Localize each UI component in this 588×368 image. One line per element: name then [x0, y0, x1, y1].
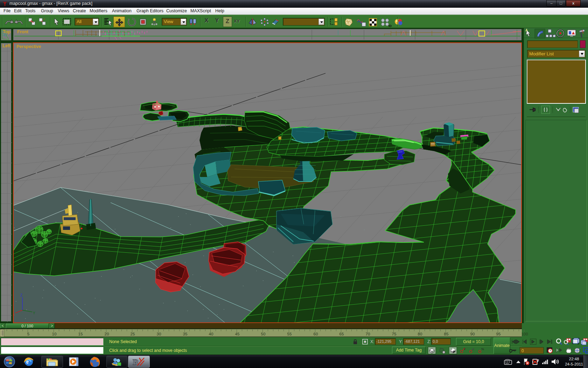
svg-text:0: 0: [522, 348, 524, 353]
svg-text:ID: ID: [388, 24, 392, 27]
svg-text:Y: Y: [33, 311, 35, 315]
svg-text:e: e: [26, 359, 29, 365]
svg-text:%: %: [481, 347, 484, 351]
svg-text:3: 3: [464, 347, 465, 350]
svg-text:x: x: [14, 313, 14, 316]
svg-text:Z: Z: [20, 293, 22, 297]
